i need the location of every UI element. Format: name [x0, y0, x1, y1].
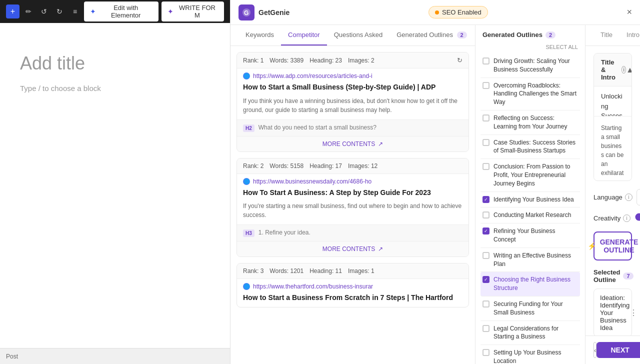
outline-item-casestudies[interactable]: Case Studies: Success Stories of Small-B… — [480, 135, 580, 160]
wp-editor: + ✏ ↺ ↻ ≡ ✦ Edit with Elementor ✦ WRITE … — [0, 0, 230, 364]
h-badge-1: H2 — [243, 124, 254, 132]
outline-item-roadblocks[interactable]: Overcoming Roadblocks: Handling Challeng… — [480, 78, 580, 110]
tab-title[interactable]: Title — [594, 25, 620, 46]
competitor-url-1[interactable]: 🌐 https://www.adp.com/resources/articles… — [237, 68, 468, 82]
outline-item-setup[interactable]: Setting Up Your Business Location — [480, 345, 580, 364]
menu-icon[interactable]: ≡ — [69, 5, 82, 18]
selected-outline-header: Selected Outline 7 — [594, 268, 632, 284]
rank-3: Rank: 3 — [243, 268, 264, 274]
gg-header: G GetGenie SEO Enabled × — [230, 0, 640, 25]
outline-checkbox-funding[interactable] — [482, 300, 490, 308]
getgenie-panel: G GetGenie SEO Enabled × Keywords Compet… — [230, 0, 640, 364]
right-panel: Title Intro Outline Content Title & Intr… — [586, 25, 640, 364]
outline-item-writing[interactable]: Writing an Effective Business Plan — [480, 248, 580, 272]
gg-logo: G GetGenie — [238, 4, 290, 20]
editor-title-placeholder[interactable]: Add title — [20, 53, 210, 74]
competitor-list: Rank: 1 Words: 3389 Heading: 23 Images: … — [230, 46, 475, 364]
title-intro-info-icon[interactable]: i — [622, 66, 626, 74]
url-icon-1: 🌐 — [243, 72, 250, 80]
title-intro-block: Title & Intro i ▲ Unlocking Success: A S… — [594, 53, 632, 181]
svg-text:G: G — [244, 10, 248, 16]
competitor-card-1: Rank: 1 Words: 3389 Heading: 23 Images: … — [236, 52, 469, 152]
edit-elementor-button[interactable]: ✦ Edit with Elementor — [84, 2, 158, 22]
redo-icon[interactable]: ↻ — [54, 5, 66, 18]
creativity-row: Creativity i Max Results i − 2 + — [594, 212, 632, 224]
outline-checkbox-casestudies[interactable] — [482, 139, 490, 146]
generate-outline-button[interactable]: ⚡ GENERATE OUTLINE — [594, 232, 632, 260]
competitor-heading-2: H3 1. Refine your idea. — [237, 224, 468, 241]
add-block-button[interactable]: + — [6, 4, 20, 18]
tab-competitor[interactable]: Competitor — [281, 25, 327, 46]
outline-label-roadblocks: Overcoming Roadblocks: Handling Challeng… — [494, 82, 578, 106]
gg-left-panel: Keywords Competitor Questions Asked Gene… — [230, 25, 476, 364]
selected-outline-item: Ideation: Identifying Your Business Idea… — [594, 288, 632, 336]
outline-checkbox-conclusion[interactable] — [482, 163, 490, 170]
outline-checkbox-driving[interactable] — [482, 58, 490, 64]
competitor-card-2: Rank: 2 Words: 5158 Heading: 17 Images: … — [236, 158, 469, 258]
outline-label-refining: Refining Your Business Concept — [494, 227, 578, 244]
more-contents-1[interactable]: MORE CONTENTS ↗ — [237, 136, 468, 152]
outline-label-funding: Securing Funding for Your Small Business — [494, 300, 578, 317]
words-2: Words: 5158 — [270, 162, 304, 170]
tab-intro[interactable]: Intro — [620, 25, 640, 46]
outline-item-conclusion[interactable]: Conclusion: From Passion to Profit, Your… — [480, 159, 580, 192]
outline-checkbox-refining[interactable] — [482, 228, 490, 234]
outline-item-menu-button[interactable]: ⋮ — [630, 308, 638, 318]
refresh-button-1[interactable]: ↻ — [457, 56, 462, 64]
creativity-info-icon[interactable]: i — [623, 214, 630, 222]
tab-keywords[interactable]: Keywords — [238, 25, 281, 46]
next-button[interactable]: NEXT — [596, 342, 640, 358]
outline-checkbox-writing[interactable] — [482, 252, 490, 259]
creativity-label: Creativity i — [594, 214, 630, 222]
competitor-title-1: How to Start a Small Business (Step-by-S… — [237, 82, 468, 96]
outline-item-refining[interactable]: Refining Your Business Concept — [480, 224, 580, 248]
outline-checkbox-choosing[interactable] — [482, 276, 490, 283]
words-1: Words: 3389 — [270, 57, 304, 64]
outline-item-choosing[interactable]: Choosing the Right Business Structure — [480, 272, 580, 296]
competitor-heading-1: H2 What do you need to start a small bus… — [237, 120, 468, 136]
ti-collapse-button[interactable]: ▲ — [626, 66, 632, 74]
images-2: Images: 12 — [348, 162, 378, 170]
undo-icon[interactable]: ↺ — [38, 5, 50, 18]
right-bottom-nav: ‹ NEXT — [586, 336, 640, 364]
outline-checkbox-market[interactable] — [482, 212, 490, 218]
getgenie-logo-icon: G — [238, 4, 254, 20]
ti-header: Title & Intro i ▲ — [594, 54, 632, 86]
outline-checkbox-reflecting[interactable] — [482, 114, 490, 122]
outline-label-choosing: Choosing the Right Business Structure — [494, 276, 578, 292]
outline-checkbox-setup[interactable] — [482, 349, 490, 356]
outline-label-reflecting: Reflecting on Success: Learning from You… — [494, 114, 578, 131]
chevron-left-icon: ‹ — [594, 346, 596, 354]
heading-text-1: What do you need to start a small busine… — [258, 124, 376, 131]
outline-checkbox-identifying[interactable] — [482, 196, 490, 203]
outline-checkbox-roadblocks[interactable] — [482, 82, 490, 89]
rank-2: Rank: 2 — [243, 162, 264, 170]
more-contents-2[interactable]: MORE CONTENTS ↗ — [237, 241, 468, 256]
pencil-icon[interactable]: ✏ — [22, 5, 35, 18]
seo-enabled-badge: SEO Enabled — [428, 6, 488, 18]
outline-item-identifying[interactable]: Identifying Your Business Idea — [480, 192, 580, 208]
outline-checkbox-legal[interactable] — [482, 325, 490, 332]
outlines-count: 2 — [546, 32, 556, 38]
outline-item-reflecting[interactable]: Reflecting on Success: Learning from You… — [480, 110, 580, 135]
outline-item-funding[interactable]: Securing Funding for Your Small Business — [480, 296, 580, 321]
url-icon-2: 🌐 — [243, 178, 250, 185]
language-info-icon[interactable]: i — [625, 194, 632, 201]
write-button[interactable]: ✦ WRITE FOR M — [162, 2, 224, 22]
competitor-desc-2: If you're starting a new small business,… — [237, 202, 468, 224]
words-3: Words: 1201 — [270, 268, 304, 274]
tab-generated-outlines[interactable]: Generated Outlines 2 — [390, 25, 474, 46]
intro-textarea[interactable]: Starting a small business can be an exhi… — [594, 118, 632, 178]
close-button[interactable]: × — [626, 7, 632, 18]
competitor-desc-1: If you think you have a winning business… — [237, 96, 468, 120]
language-select[interactable]: English Spanish French — [636, 189, 640, 206]
title-textarea[interactable]: Unlocking Success: A Step-by-Step Guide … — [594, 86, 632, 116]
tab-questions[interactable]: Questions Asked — [327, 25, 390, 46]
outline-item-market[interactable]: Conducting Market Research — [480, 208, 580, 224]
competitor-url-3[interactable]: 🌐 https://www.thehartford.com/business-i… — [237, 279, 468, 292]
editor-block-placeholder[interactable]: Type / to choose a block — [20, 84, 210, 92]
outline-item-legal[interactable]: Legal Considerations for Starting a Busi… — [480, 321, 580, 346]
competitor-meta-2: Rank: 2 Words: 5158 Heading: 17 Images: … — [237, 158, 468, 174]
outline-item-driving[interactable]: Driving Growth: Scaling Your Business Su… — [480, 54, 580, 78]
competitor-url-2[interactable]: 🌐 https://www.businessnewsdaily.com/4686… — [237, 174, 468, 187]
